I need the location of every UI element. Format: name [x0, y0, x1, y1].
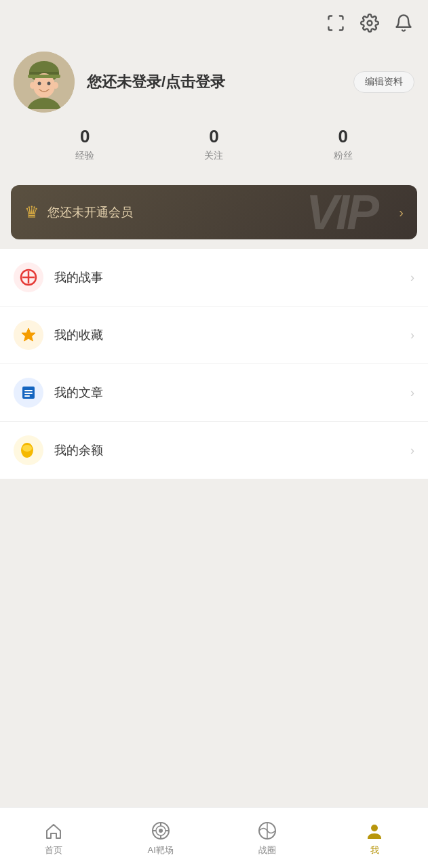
crown-icon: ♛	[24, 203, 39, 222]
me-label: 我	[370, 844, 379, 856]
edit-profile-button[interactable]: 编辑资料	[353, 71, 414, 93]
svg-point-29	[371, 825, 378, 831]
ai-label: AI靶场	[147, 844, 173, 856]
fans-label: 粉丝	[334, 150, 353, 162]
circle-icon	[256, 820, 278, 842]
battle-label: 我的战事	[54, 269, 410, 285]
stats-row: 0 经验 0 关注 0 粉丝	[14, 126, 414, 162]
fans-value: 0	[338, 126, 348, 147]
menu-item-article[interactable]: 我的文章 ›	[0, 364, 428, 422]
stat-following: 0 关注	[204, 126, 223, 162]
ai-icon	[150, 820, 172, 842]
menu-list: 我的战事 › 我的收藏 › 我的文章 ›	[0, 249, 428, 479]
experience-label: 经验	[75, 150, 94, 162]
svg-point-22	[159, 829, 163, 833]
profile-info[interactable]: 您还未登录/点击登录	[87, 72, 341, 92]
battle-arrow: ›	[410, 271, 414, 285]
avatar[interactable]	[14, 52, 75, 113]
balance-arrow: ›	[410, 443, 414, 458]
stat-experience: 0 经验	[75, 126, 94, 162]
collect-arrow: ›	[410, 328, 414, 342]
main-content	[0, 479, 428, 750]
nav-circle[interactable]: 战圈	[214, 820, 322, 856]
nav-ai[interactable]: AI靶场	[107, 820, 214, 856]
article-icon-wrap	[14, 378, 43, 408]
notification-icon[interactable]	[393, 12, 414, 34]
svg-point-7	[30, 82, 35, 89]
svg-point-19	[22, 445, 32, 452]
scan-icon[interactable]	[325, 12, 347, 34]
vip-left: ♛ 您还未开通会员	[24, 203, 133, 222]
stat-fans: 0 粉丝	[334, 126, 353, 162]
svg-point-0	[368, 21, 372, 26]
top-bar	[0, 0, 428, 41]
home-label: 首页	[45, 844, 62, 856]
following-label: 关注	[204, 150, 223, 162]
balance-icon-wrap	[14, 435, 43, 465]
nav-me[interactable]: 我	[321, 820, 428, 856]
svg-point-5	[38, 82, 41, 85]
nav-home[interactable]: 首页	[0, 820, 107, 856]
bottom-nav: 首页 AI靶场 战圈	[0, 807, 428, 868]
vip-logo: VIP	[306, 185, 376, 239]
battle-icon-wrap	[14, 262, 43, 292]
menu-item-balance[interactable]: 我的余额 ›	[0, 422, 428, 479]
vip-arrow-icon: ›	[399, 205, 404, 220]
menu-item-battle[interactable]: 我的战事 ›	[0, 249, 428, 307]
vip-banner[interactable]: ♛ 您还未开通会员 VIP ›	[11, 185, 417, 239]
following-value: 0	[209, 126, 218, 147]
login-prompt[interactable]: 您还未登录/点击登录	[87, 72, 341, 92]
article-arrow: ›	[410, 386, 414, 400]
collect-icon-wrap	[14, 320, 43, 350]
menu-item-collect[interactable]: 我的收藏 ›	[0, 307, 428, 364]
home-icon	[43, 820, 64, 842]
balance-label: 我的余额	[54, 442, 410, 458]
experience-value: 0	[80, 126, 90, 147]
circle-label: 战圈	[258, 844, 276, 856]
svg-marker-13	[22, 328, 35, 341]
svg-rect-9	[28, 75, 60, 78]
settings-icon[interactable]	[359, 12, 381, 34]
me-icon	[364, 820, 385, 842]
article-label: 我的文章	[54, 384, 410, 401]
collect-label: 我的收藏	[54, 327, 410, 343]
svg-point-6	[47, 82, 51, 85]
vip-text: 您还未开通会员	[47, 204, 133, 220]
svg-point-8	[53, 82, 58, 89]
profile-section: 您还未登录/点击登录 编辑资料 0 经验 0 关注 0 粉丝	[0, 41, 428, 178]
